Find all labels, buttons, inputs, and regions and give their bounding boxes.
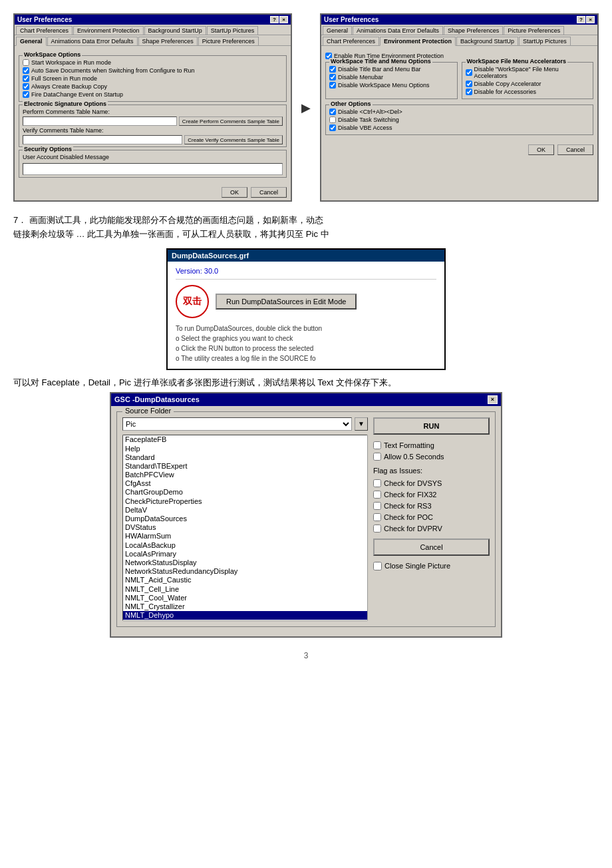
- right-user-preferences-dialog: User Preferences ? × General Animations …: [320, 13, 599, 202]
- label-close-single: Close Single Picture: [384, 562, 450, 570]
- checkbox-check-dvsys[interactable]: [373, 479, 381, 487]
- dump-popup: DumpDataSources.grf Version: 30.0 双击 Run…: [166, 248, 446, 370]
- left-ok-btn[interactable]: OK: [222, 187, 247, 198]
- dump-popup-body: Version: 30.0 双击 Run DumpDataSources in …: [168, 262, 444, 369]
- checkbox-disable-accessories[interactable]: [466, 89, 472, 95]
- tab-chart-preferences[interactable]: Chart Preferences: [16, 26, 73, 35]
- checkbox-disable-menubar[interactable]: [329, 74, 336, 81]
- tab-background-startup[interactable]: Background StartUp: [144, 26, 206, 35]
- left-cancel-btn[interactable]: Cancel: [251, 187, 287, 198]
- page-number: 3: [13, 651, 599, 660]
- checkbox-check-poc[interactable]: [373, 513, 381, 521]
- checkbox-disable-ws-file[interactable]: [466, 69, 472, 76]
- right-ok-btn[interactable]: OK: [528, 144, 554, 155]
- checkbox-check-rs3[interactable]: [373, 502, 381, 510]
- opt-disable-copy: Disable Copy Accelerator: [466, 81, 590, 87]
- label-disable-task: Disable Task Switching: [338, 116, 399, 123]
- checkbox-full-screen[interactable]: [23, 75, 29, 82]
- right-dialog-titlebar: User Preferences ? ×: [321, 15, 597, 25]
- rtab-animations[interactable]: Animations Data Error Defaults: [353, 26, 443, 35]
- right-cancel-btn[interactable]: Cancel: [557, 144, 593, 155]
- left-titlebar-buttons: ? ×: [270, 16, 288, 23]
- option-auto-save: Auto Save Documents when Switching from …: [23, 67, 283, 74]
- dump-run-btn[interactable]: Run DumpDataSources in Edit Mode: [216, 294, 357, 310]
- checkbox-disable-titlebar[interactable]: [329, 66, 336, 73]
- checkbox-disable-vbe[interactable]: [329, 124, 336, 131]
- ws-file-label: WorkSpace File Menu Accelerators: [466, 58, 568, 65]
- opt-disable-titlebar: Disable Title Bar and Menu Bar: [329, 66, 454, 73]
- right-two-columns: WorkSpace Title and Menu Options Disable…: [325, 62, 593, 102]
- tab-startup-pictures[interactable]: StartUp Pictures: [207, 26, 259, 35]
- tab-shape-preferences[interactable]: Shape Preferences: [138, 37, 198, 45]
- para1-text1: 画面测试工具，此功能能发现部分不合规范的画面组态问题，如刷新率，动态: [29, 215, 323, 225]
- left-dialog-titlebar: User Preferences ? ×: [15, 15, 291, 25]
- create-perform-btn[interactable]: Create Perform Comments Sample Table: [179, 116, 283, 126]
- label-auto-save: Auto Save Documents when Switching from …: [31, 67, 195, 74]
- checkbox-disable-ws-menu[interactable]: [329, 82, 336, 89]
- dump-divider: [176, 279, 436, 280]
- tab-picture-preferences[interactable]: Picture Preferences: [198, 37, 259, 45]
- dump-instruction-1: o Select the graphics you want to check: [176, 333, 436, 343]
- tab-animations[interactable]: Animations Data Error Defaults: [47, 37, 138, 45]
- right-help-btn[interactable]: ?: [577, 16, 585, 23]
- gsc-run-btn[interactable]: RUN: [373, 417, 490, 435]
- gsc-options-group: Text Formatting Allow 0.5 Seconds Flag a…: [373, 441, 490, 570]
- checkbox-close-single[interactable]: [373, 562, 382, 570]
- left-dialog-title: User Preferences: [17, 16, 72, 23]
- right-close-btn[interactable]: ×: [586, 16, 595, 23]
- tab-environment-protection[interactable]: Environment Protection: [73, 26, 144, 35]
- label-disable-menubar: Disable Menubar: [338, 74, 383, 81]
- gsc-left-panel: Pic ▼ Pic Detail DetailFB Faceplate Face…: [122, 417, 368, 621]
- rtab-startup-pics[interactable]: StartUp Pictures: [519, 37, 571, 45]
- security-label: User Account Disabled Message: [23, 154, 283, 160]
- checkbox-check-dvprv[interactable]: [373, 525, 381, 533]
- workspace-section-label: WorkSpace Options: [23, 51, 82, 58]
- perform-input[interactable]: [23, 116, 177, 126]
- checkbox-disable-task[interactable]: [329, 116, 336, 123]
- rtab-environment[interactable]: Environment Protection: [380, 37, 456, 46]
- dump-instruction-3: o The utility creates a log file in the …: [176, 353, 436, 363]
- create-verify-btn[interactable]: Create Verify Comments Sample Table: [184, 135, 283, 144]
- listbox-item-standardtbexpert: Standard\TBExpert: [123, 462, 367, 471]
- paragraph1: 7． 画面测试工具，此功能能发现部分不合规范的画面组态问题，如刷新率，动态 链接…: [13, 214, 599, 242]
- label-full-screen: Full Screen in Run mode: [31, 75, 97, 82]
- security-input[interactable]: [23, 163, 283, 175]
- checkbox-fire-datachange[interactable]: [23, 91, 29, 98]
- listbox-item-nmlt-crystallizer: NMLT_Crystallizer: [123, 602, 367, 611]
- listbox-item-localasbackup: LocalAsBackup: [123, 541, 367, 550]
- tab-general[interactable]: General: [16, 37, 47, 46]
- rtab-general[interactable]: General: [323, 26, 352, 35]
- checkbox-auto-save[interactable]: [23, 67, 29, 74]
- label-text-formatting: Text Formatting: [384, 441, 434, 449]
- gsc-dropdown-btn[interactable]: ▼: [355, 417, 368, 431]
- left-help-btn[interactable]: ?: [270, 16, 279, 23]
- security-section: Security Options User Account Disabled M…: [19, 150, 287, 178]
- gsc-folder-dropdown[interactable]: Pic: [122, 417, 352, 431]
- rtab-background[interactable]: Background StartUp: [456, 37, 518, 45]
- checkbox-backup-copy[interactable]: [23, 83, 29, 90]
- dump-chinese-icon: 双击: [183, 296, 202, 308]
- checkbox-text-formatting[interactable]: [373, 441, 381, 449]
- rtab-chart[interactable]: Chart Preferences: [323, 37, 379, 45]
- perform-label: Perform Comments Table Name:: [23, 108, 283, 115]
- gsc-cancel-btn[interactable]: Cancel: [373, 539, 490, 556]
- rtab-picture[interactable]: Picture Preferences: [504, 26, 564, 35]
- label-disable-ctrlalt: Disable <Ctrl+Alt><Del>: [338, 108, 402, 115]
- gsc-titlebar: GSC -DumpDatasources ×: [111, 393, 501, 406]
- gsc-close-btn[interactable]: ×: [488, 395, 498, 404]
- opt-disable-ws-file: Disable "WorkSpace" File Menu Accelerato…: [466, 66, 590, 79]
- checkbox-check-fix32[interactable]: [373, 491, 381, 499]
- checkbox-run-mode[interactable]: [23, 59, 29, 66]
- checkbox-allow-seconds[interactable]: [373, 453, 381, 461]
- verify-input[interactable]: [23, 135, 182, 144]
- checkbox-disable-ctrlalt[interactable]: [329, 108, 336, 115]
- left-close-btn[interactable]: ×: [279, 16, 288, 23]
- gsc-listbox[interactable]: Pic Detail DetailFB Faceplate FaceplateF…: [122, 435, 368, 621]
- label-disable-ws-file: Disable "WorkSpace" File Menu Accelerato…: [474, 66, 590, 79]
- left-dialog-tabs2: General Animations Data Error Defaults S…: [15, 35, 291, 46]
- electronic-section: Electronic Signature Options Perform Com…: [19, 105, 287, 147]
- checkbox-disable-copy[interactable]: [466, 81, 472, 87]
- label-backup-copy: Always Create Backup Copy: [31, 83, 107, 90]
- gsc-right-panel: RUN Text Formatting Allow 0.5 Seconds Fl…: [373, 417, 490, 621]
- rtab-shape[interactable]: Shape Preferences: [444, 26, 503, 35]
